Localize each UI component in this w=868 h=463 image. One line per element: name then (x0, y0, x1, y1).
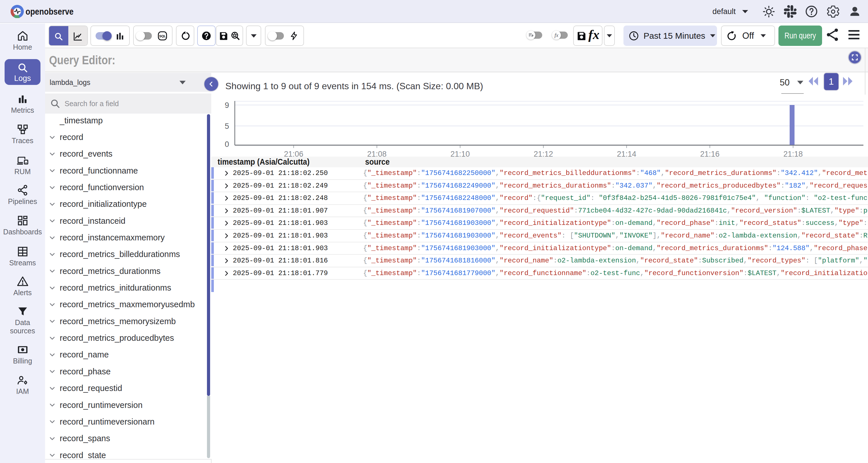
svg-text:SQL: SQL (159, 34, 166, 38)
svg-text:0: 0 (225, 140, 229, 148)
svg-text:5: 5 (225, 122, 229, 131)
svg-text:9: 9 (225, 101, 229, 109)
